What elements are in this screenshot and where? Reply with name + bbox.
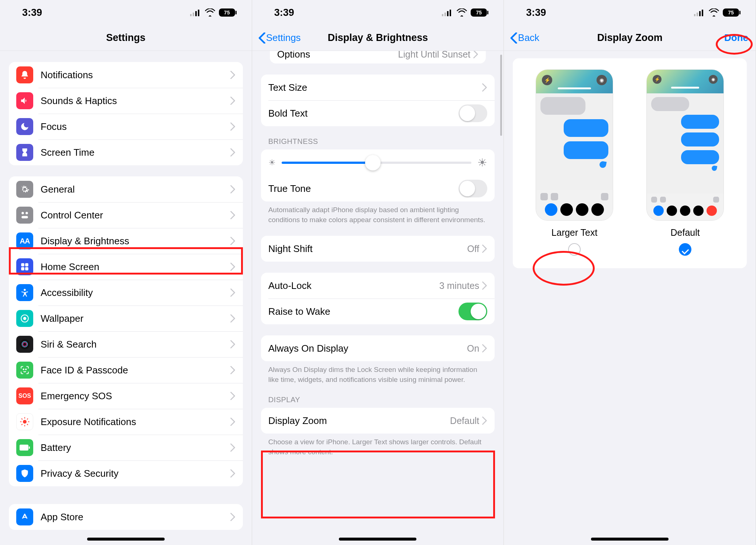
svg-rect-25 <box>29 446 30 449</box>
svg-rect-5 <box>21 267 24 270</box>
notifications-icon <box>16 66 33 83</box>
brightness-thumb[interactable] <box>365 155 381 170</box>
row-label: Notifications <box>41 69 227 81</box>
controlcenter-icon <box>16 207 33 224</box>
night-shift-row[interactable]: Night Shift Off <box>261 236 495 262</box>
settings-row-exposure[interactable]: Exposure Notifications <box>9 409 243 435</box>
svg-rect-3 <box>21 263 24 266</box>
back-button[interactable]: Back <box>510 32 539 44</box>
home-indicator[interactable] <box>87 538 165 541</box>
chevron-icon <box>230 392 236 400</box>
row-label: App Store <box>41 511 227 523</box>
settings-row-sos[interactable]: SOSEmergency SOS <box>9 383 243 409</box>
svg-point-13 <box>23 369 24 370</box>
options-value: Light Until Sunset <box>398 51 470 60</box>
settings-row-wallpaper[interactable]: Wallpaper <box>9 306 243 331</box>
settings-row-general[interactable]: General <box>9 176 243 202</box>
chevron-icon <box>230 123 236 131</box>
page-title: Settings <box>106 32 146 44</box>
auto-lock-row[interactable]: Auto-Lock 3 minutes <box>261 273 495 299</box>
text-size-row[interactable]: Text Size <box>261 75 495 100</box>
settings-row-faceid[interactable]: Face ID & Passcode <box>9 357 243 383</box>
signal-icon <box>694 9 705 16</box>
chevron-icon <box>230 263 236 271</box>
nav-bar: Settings Display & Brightness <box>252 25 504 51</box>
settings-row-controlcenter[interactable]: Control Center <box>9 202 243 228</box>
settings-row-siri[interactable]: Siri & Search <box>9 331 243 357</box>
status-bar: 3:39 75 <box>252 0 504 25</box>
display-scroll[interactable]: Options Light Until Sunset Text Size Bol… <box>252 51 504 545</box>
chevron-icon <box>482 344 487 352</box>
chevron-icon <box>230 469 236 477</box>
settings-row-homescreen[interactable]: Home Screen <box>9 254 243 280</box>
home-indicator[interactable] <box>591 538 669 541</box>
siri-icon <box>16 336 33 353</box>
settings-row-sounds[interactable]: Sounds & Haptics <box>9 88 243 114</box>
battery-icon: 75 <box>219 8 235 17</box>
display-brightness-panel: 3:39 75 Settings Display & Brightness Op… <box>252 0 504 545</box>
raise-to-wake-row[interactable]: Raise to Wake <box>261 299 495 324</box>
true-tone-row[interactable]: True Tone <box>261 176 495 201</box>
always-on-row[interactable]: Always On Display On <box>261 335 495 361</box>
accessibility-icon <box>16 284 33 301</box>
zoom-option-larger[interactable]: ⚡ ◉ Larger Text <box>528 69 621 257</box>
display-zoom-row[interactable]: Display Zoom Default <box>261 408 495 434</box>
night-shift-value: Off <box>467 244 479 254</box>
settings-row-screentime[interactable]: Screen Time <box>9 139 243 165</box>
page-title: Display & Brightness <box>328 32 428 44</box>
svg-point-14 <box>25 369 26 370</box>
settings-row-focus[interactable]: Focus <box>9 114 243 139</box>
chevron-icon <box>482 282 487 290</box>
chevron-icon <box>230 97 236 105</box>
row-label: Emergency SOS <box>41 390 227 402</box>
settings-row-display[interactable]: AADisplay & Brightness <box>9 228 243 254</box>
page-title: Display Zoom <box>597 32 663 44</box>
brightness-slider[interactable]: ☀︎ ☀︎ <box>261 149 495 176</box>
home-indicator[interactable] <box>339 538 416 541</box>
sos-icon: SOS <box>16 387 33 404</box>
bold-text-switch[interactable] <box>458 104 487 122</box>
row-label: Battery <box>41 442 227 453</box>
status-time: 3:39 <box>526 7 546 18</box>
chevron-icon <box>230 211 236 219</box>
scrollbar-thumb[interactable] <box>500 55 502 136</box>
done-button[interactable]: Done <box>724 32 748 44</box>
brightness-track[interactable] <box>282 162 472 164</box>
zoom-radio-larger[interactable] <box>568 243 581 256</box>
zoom-label-default: Default <box>639 227 731 238</box>
nav-bar: Settings <box>0 25 252 51</box>
bold-text-label: Bold Text <box>268 108 459 119</box>
row-label: Sounds & Haptics <box>41 95 227 107</box>
always-on-value: On <box>467 343 479 354</box>
svg-point-7 <box>24 289 25 291</box>
raise-to-wake-switch[interactable] <box>458 303 487 320</box>
row-label: Home Screen <box>41 261 227 273</box>
row-label: Screen Time <box>41 147 227 158</box>
true-tone-switch[interactable] <box>458 180 487 197</box>
chevron-icon <box>230 444 236 452</box>
svg-point-10 <box>20 339 30 349</box>
status-icons: 75 <box>442 8 487 17</box>
settings-row-appstore[interactable]: App Store <box>9 504 243 530</box>
settings-row-battery[interactable]: Battery <box>9 435 243 461</box>
bold-text-row[interactable]: Bold Text <box>261 100 495 126</box>
options-row[interactable]: Options Light Until Sunset <box>270 51 486 63</box>
settings-row-accessibility[interactable]: Accessibility <box>9 280 243 306</box>
chevron-icon <box>473 51 478 58</box>
display-header: DISPLAY <box>261 384 495 408</box>
true-tone-footer: Automatically adapt iPhone display based… <box>261 201 495 225</box>
svg-line-21 <box>27 424 28 425</box>
svg-line-20 <box>21 418 23 420</box>
back-chevron-icon <box>510 32 517 44</box>
chevron-icon <box>230 418 236 426</box>
chevron-icon <box>230 237 236 245</box>
chevron-icon <box>230 314 236 322</box>
settings-row-notifications[interactable]: Notifications <box>9 62 243 88</box>
settings-row-privacy[interactable]: Privacy & Security <box>9 461 243 486</box>
zoom-option-default[interactable]: ⚡ ◉ <box>639 69 731 257</box>
back-button[interactable]: Settings <box>258 32 301 44</box>
settings-scroll[interactable]: NotificationsSounds & HapticsFocusScreen… <box>0 62 252 530</box>
sun-large-icon: ☀︎ <box>477 156 487 169</box>
signal-icon <box>190 9 201 16</box>
zoom-radio-default[interactable] <box>679 243 691 256</box>
